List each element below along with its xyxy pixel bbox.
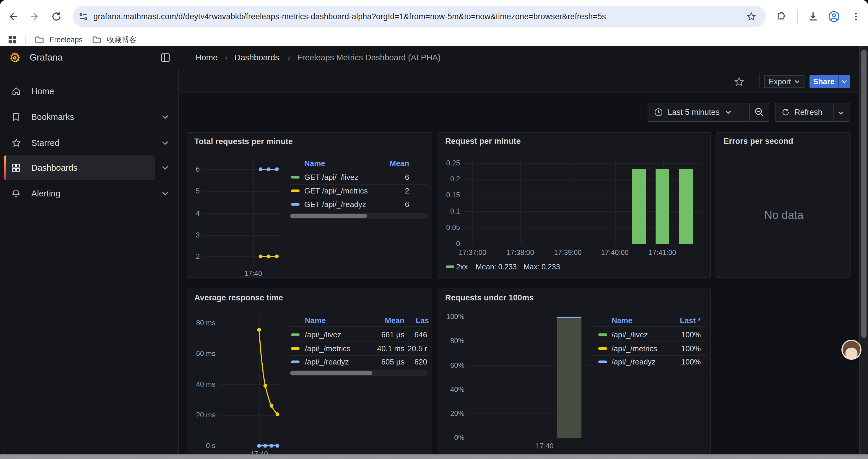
assistant-avatar[interactable]: [841, 340, 862, 360]
breadcrumb-separator: ›: [225, 53, 228, 62]
series-chip[interactable]: [598, 361, 607, 363]
chevron-down-icon[interactable]: [162, 191, 168, 196]
panel-title[interactable]: Request per minute: [445, 137, 521, 146]
bar-2xx[interactable]: [656, 169, 669, 244]
panel-errors-per-second: Errors per second No data: [716, 132, 850, 277]
forward-icon[interactable]: [30, 11, 40, 22]
series-chip[interactable]: [291, 190, 300, 192]
zoom-out-icon[interactable]: [754, 107, 764, 117]
dock-menu-icon[interactable]: [161, 53, 170, 62]
bookmark-icon: [11, 112, 21, 122]
panel-title[interactable]: Requests under 100ms: [445, 293, 534, 302]
chevron-down-icon: [842, 80, 847, 83]
panel-title[interactable]: Total requests per minute: [194, 137, 293, 146]
folder-icon: [92, 36, 101, 43]
legend-scrollbar-thumb[interactable]: [290, 371, 372, 375]
bookmark-star-icon[interactable]: [746, 11, 756, 22]
divider: [833, 103, 834, 121]
page-scrollbar-thumb[interactable]: [861, 50, 867, 338]
series-chip[interactable]: [291, 176, 300, 179]
panel-request-per-minute: Request per minute 0.25 0.2 0.15 0.1 0.0…: [438, 132, 711, 277]
browser-window: grafana.mathmast.com/d/deytv4rwavabkb/fr…: [0, 0, 868, 455]
breadcrumb-home[interactable]: Home: [195, 53, 218, 62]
bookmark-folder-freeleaps[interactable]: Freeleaps: [50, 35, 83, 44]
dashboard-canvas: Last 5 minutes Refresh Total requests pe…: [179, 93, 868, 455]
star-icon: [11, 138, 21, 148]
back-icon[interactable]: [7, 11, 18, 22]
chevron-down-icon[interactable]: [162, 141, 168, 145]
bell-icon: [11, 189, 21, 198]
share-button[interactable]: Share: [809, 75, 838, 88]
sidebar-item-home[interactable]: Home: [0, 79, 179, 104]
bar-2xx[interactable]: [632, 169, 646, 244]
sidebar-item-starred[interactable]: Starred: [0, 131, 179, 155]
series-chip[interactable]: [291, 347, 300, 350]
chevron-down-icon: [795, 80, 800, 83]
bookmarks-bar: Freeleaps 收藏博客: [0, 33, 868, 46]
bookmarks-separator: [25, 36, 26, 44]
home-icon: [11, 86, 21, 96]
grafana-logo[interactable]: [8, 51, 21, 64]
chevron-down-icon[interactable]: [162, 166, 168, 170]
panel-total-requests: Total requests per minute 6 5 4 3 2 17:4…: [187, 132, 432, 277]
breadcrumb-separator: ›: [288, 53, 290, 62]
nav-menu: Home Bookmarks Starred: [0, 69, 179, 455]
bookmark-folder-blogs[interactable]: 收藏博客: [107, 35, 136, 44]
reload-icon[interactable]: [52, 11, 61, 22]
chevron-down-icon: [838, 111, 843, 114]
series-chip[interactable]: [446, 266, 454, 268]
refresh-interval-dropdown[interactable]: [838, 111, 843, 114]
dashboards-icon: [11, 163, 21, 172]
chevron-down-icon[interactable]: [162, 115, 168, 119]
window-bottom-edge: [0, 454, 868, 459]
menu-icon[interactable]: [851, 12, 861, 21]
breadcrumb-dashboards[interactable]: Dashboards: [235, 53, 279, 62]
site-settings-icon[interactable]: [79, 12, 88, 21]
series-chip[interactable]: [598, 333, 607, 336]
series-chip[interactable]: [598, 347, 607, 350]
panel-title[interactable]: Errors per second: [723, 137, 793, 146]
series-chip[interactable]: [291, 203, 300, 206]
share-dropdown-button[interactable]: [838, 75, 850, 88]
dashboard-toolbar: Export Share: [179, 69, 868, 93]
download-icon[interactable]: [808, 11, 818, 22]
grafana-header: Grafana Home › Dashboards › Freeleaps Me…: [0, 46, 868, 69]
bar-2xx[interactable]: [679, 169, 693, 244]
extensions-icon[interactable]: [776, 11, 787, 22]
toolbar-divider: [759, 74, 760, 89]
url-text: grafana.mathmast.com/d/deytv4rwavabkb/fr…: [93, 12, 606, 21]
time-range-picker[interactable]: Last 5 minutes: [648, 103, 769, 122]
bar-under-100ms[interactable]: [557, 317, 582, 438]
star-icon[interactable]: [734, 76, 745, 87]
chevron-down-icon: [725, 110, 731, 114]
divider: [749, 103, 750, 121]
export-button[interactable]: Export: [764, 75, 804, 88]
grafana-brand[interactable]: Grafana: [30, 52, 63, 63]
panel-average-response-time: Average response time 80 ms 60 ms 40 ms …: [187, 289, 432, 455]
header-divider: [179, 46, 179, 69]
toolbar-separator: [797, 9, 798, 24]
apps-grid-icon[interactable]: [8, 36, 16, 43]
legend-scrollbar-thumb[interactable]: [290, 214, 367, 218]
sidebar-item-dashboards[interactable]: Dashboards: [0, 155, 179, 180]
sidebar-item-alerting[interactable]: Alerting: [0, 181, 179, 206]
refresh-button[interactable]: Refresh: [775, 103, 850, 122]
breadcrumb-current: Freeleaps Metrics Dashboard (ALPHA): [297, 53, 441, 62]
url-bar[interactable]: grafana.mathmast.com/d/deytv4rwavabkb/fr…: [73, 6, 766, 27]
series-chip[interactable]: [291, 361, 300, 363]
page-scrollbar[interactable]: [859, 46, 868, 455]
refresh-icon: [781, 108, 790, 117]
profile-icon[interactable]: [828, 11, 840, 23]
sidebar-item-bookmarks[interactable]: Bookmarks: [0, 104, 179, 129]
clock-icon: [654, 108, 663, 117]
folder-icon: [35, 36, 44, 43]
panel-requests-under-100ms: Requests under 100ms 100% 80% 60% 40% 20…: [438, 289, 711, 455]
browser-toolbar: grafana.mathmast.com/d/deytv4rwavabkb/fr…: [0, 0, 868, 33]
series-chip[interactable]: [291, 333, 300, 336]
